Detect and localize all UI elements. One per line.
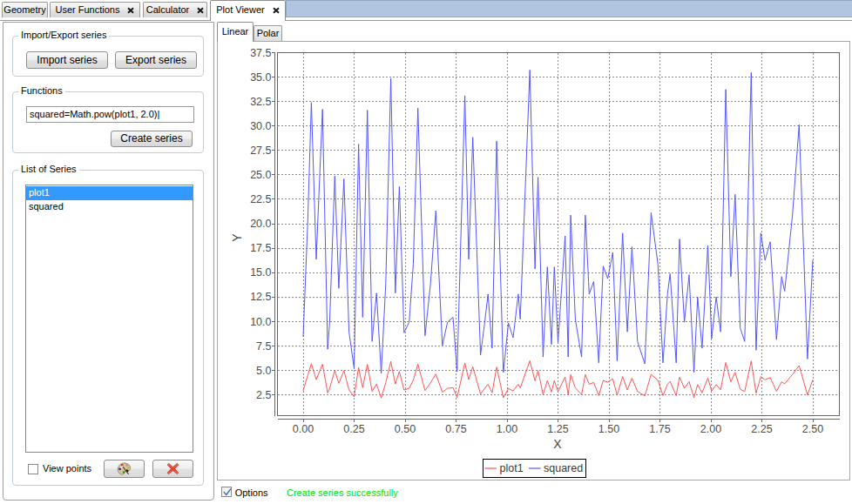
svg-text:5.0: 5.0 — [256, 365, 271, 377]
svg-text:0.50: 0.50 — [395, 423, 416, 435]
svg-text:37.5: 37.5 — [250, 47, 271, 59]
svg-text:17.5: 17.5 — [250, 242, 271, 254]
svg-text:25.0: 25.0 — [250, 169, 271, 181]
svg-text:15.0: 15.0 — [250, 266, 271, 279]
svg-text:X: X — [553, 437, 562, 451]
svg-text:22.5: 22.5 — [250, 193, 271, 205]
svg-text:2.25: 2.25 — [751, 423, 772, 435]
svg-text:32.5: 32.5 — [250, 96, 271, 108]
svg-text:0.75: 0.75 — [445, 423, 466, 435]
svg-text:1.25: 1.25 — [547, 423, 568, 435]
svg-text:0.25: 0.25 — [343, 423, 364, 435]
svg-text:squared: squared — [544, 462, 583, 474]
svg-text:30.0: 30.0 — [250, 120, 271, 132]
svg-text:10.0: 10.0 — [250, 316, 271, 328]
svg-text:Y: Y — [230, 233, 244, 242]
svg-text:plot1: plot1 — [500, 462, 524, 474]
svg-text:35.0: 35.0 — [250, 71, 271, 84]
svg-text:20.0: 20.0 — [250, 218, 271, 230]
svg-text:0.00: 0.00 — [293, 423, 314, 435]
svg-text:12.5: 12.5 — [250, 291, 271, 303]
svg-text:27.5: 27.5 — [250, 144, 271, 157]
svg-text:1.00: 1.00 — [497, 423, 517, 435]
svg-text:2.5: 2.5 — [256, 389, 271, 401]
svg-text:1.75: 1.75 — [649, 423, 670, 435]
svg-text:7.5: 7.5 — [256, 340, 271, 353]
svg-text:1.50: 1.50 — [598, 423, 619, 435]
svg-text:2.00: 2.00 — [700, 423, 721, 435]
svg-text:2.50: 2.50 — [802, 423, 823, 435]
